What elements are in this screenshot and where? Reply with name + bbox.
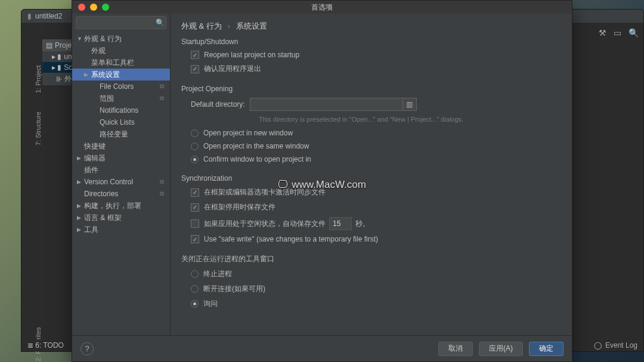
apply-button[interactable]: 应用(A) (479, 342, 523, 356)
safe-write-checkbox[interactable] (191, 235, 199, 243)
confirm-exit-label: 确认应用程序退出 (204, 64, 261, 74)
tree-item-label: 插件 (84, 165, 98, 175)
window-icon[interactable]: ▭ (614, 28, 621, 38)
breadcrumb-leaf: 系统设置 (236, 21, 267, 30)
side-tab-structure[interactable]: 7: Structure (35, 112, 42, 146)
pref-tree-item[interactable]: Notifications (72, 104, 170, 116)
section-project-opening-title: Project Opening (181, 85, 561, 93)
tree-item-label: File Colors (100, 82, 134, 91)
open-new-window-radio[interactable] (191, 129, 199, 137)
pref-tree-item[interactable]: File Colors⧉ (72, 81, 170, 92)
open-same-window-radio[interactable] (191, 143, 199, 150)
zoom-icon[interactable] (102, 4, 109, 11)
pref-tree-item[interactable]: 范围⧉ (72, 92, 170, 104)
tree-item-label: Quick Lists (100, 118, 135, 126)
pref-tree-item[interactable]: Quick Lists (72, 116, 170, 128)
minimize-icon[interactable] (90, 4, 97, 11)
browse-folder-icon[interactable]: ▥ (402, 98, 417, 111)
default-dir-hint: This directory is preselected in "Open..… (259, 116, 561, 123)
ask-label: 询问 (203, 299, 218, 309)
ok-button[interactable]: 确定 (529, 342, 564, 356)
save-deactivate-label: 在框架停用时保存文件 (204, 202, 275, 212)
pref-tree-item[interactable]: 快捷键 (72, 140, 170, 152)
tree-arrow-icon: ▶ (77, 155, 83, 161)
help-button[interactable]: ? (80, 342, 94, 355)
pref-tree-item[interactable]: 插件 (72, 164, 170, 176)
tree-arrow-icon: ▶ (77, 203, 83, 209)
ide-project-name: untitled2 (35, 12, 62, 20)
preferences-titlebar: 首选项 (72, 1, 572, 14)
pref-tree-item[interactable]: ▶构建，执行，部署 (72, 200, 170, 212)
traffic-lights (78, 4, 109, 11)
tree-item-label: 外观 (91, 46, 106, 56)
ask-radio[interactable] (191, 300, 199, 308)
pref-tree-item[interactable]: ▶Version Control⧉ (72, 176, 170, 188)
pref-tree-item[interactable]: ▼外观 & 行为 (72, 33, 170, 45)
default-dir-label: Default directory: (191, 100, 245, 109)
confirm-window-label: Confirm window to open project in (203, 155, 311, 163)
pref-tree-item[interactable]: ▶工具 (72, 224, 170, 236)
default-dir-input[interactable] (250, 98, 402, 111)
pref-tree-item[interactable]: 路径变量 (72, 128, 170, 140)
build-icon[interactable]: ⚒ (599, 28, 606, 38)
pref-tree-item[interactable]: ▶语言 & 框架 (72, 212, 170, 224)
auto-save-suffix: 秒。 (355, 219, 370, 229)
terminate-label: 终止进程 (203, 269, 232, 279)
disconnect-radio[interactable] (191, 285, 199, 293)
preferences-footer: ? 取消 应用(A) 确定 (72, 335, 572, 361)
close-icon[interactable] (78, 4, 85, 11)
tree-item-label: Directories (84, 190, 118, 198)
tree-item-label: Notifications (100, 106, 138, 115)
preferences-sidebar: 🔍 ▼外观 & 行为外观菜单和工具栏▶系统设置File Colors⧉范围⧉No… (72, 14, 171, 335)
preferences-content: 外观 & 行为 › 系统设置 Startup/Shutdown Reopen l… (171, 14, 572, 335)
section-sync-title: Synchronization (181, 174, 561, 182)
sync-activate-checkbox[interactable] (191, 188, 199, 197)
tree-item-label: 语言 & 框架 (84, 213, 122, 223)
preferences-title: 首选项 (311, 2, 333, 13)
breadcrumb: 外观 & 行为 › 系统设置 (181, 21, 561, 32)
tree-arrow-icon: ▶ (77, 215, 83, 221)
preferences-dialog: 首选项 🔍 ▼外观 & 行为外观菜单和工具栏▶系统设置File Colors⧉范… (72, 0, 572, 362)
folder-icon: ▮ (27, 12, 32, 20)
tree-item-label: 构建，执行，部署 (84, 201, 141, 211)
search-icon: 🔍 (156, 18, 165, 27)
search-input[interactable] (76, 16, 166, 29)
pref-tree-item[interactable]: 外观 (72, 45, 170, 57)
event-log-tab[interactable]: ◯ Event Log (594, 341, 637, 349)
tree-item-label: 编辑器 (84, 153, 106, 163)
tree-item-label: 路径变量 (100, 129, 128, 140)
save-deactivate-checkbox[interactable] (191, 203, 199, 212)
pref-tree-item[interactable]: Directories⧉ (72, 188, 170, 200)
tree-arrow-icon: ▼ (77, 36, 83, 42)
terminate-radio[interactable] (191, 270, 199, 278)
search-everywhere-icon[interactable]: 🔍 (628, 28, 639, 38)
section-startup-title: Startup/Shutdown (181, 38, 561, 46)
cancel-button[interactable]: 取消 (438, 342, 473, 356)
confirm-exit-checkbox[interactable] (191, 65, 199, 73)
event-log-label: Event Log (605, 341, 637, 349)
confirm-window-radio[interactable] (191, 156, 199, 163)
project-badge-icon: ⧉ (160, 190, 164, 197)
auto-save-prefix: 如果应用处于空闲状态，自动保存文件 (204, 219, 326, 229)
open-new-window-label: Open project in new window (203, 129, 293, 137)
preferences-tree: ▼外观 & 行为外观菜单和工具栏▶系统设置File Colors⧉范围⧉Noti… (72, 32, 170, 335)
preferences-search: 🔍 (76, 16, 166, 29)
auto-save-checkbox[interactable] (191, 219, 199, 228)
tree-item-label: 菜单和工具栏 (91, 58, 134, 68)
pref-tree-item[interactable]: ▶系统设置 (72, 69, 170, 81)
tree-item-label: 范围 (100, 94, 114, 104)
project-badge-icon: ⧉ (160, 178, 164, 185)
side-tab-project[interactable]: 1: Project (35, 66, 42, 93)
project-badge-icon: ⧉ (160, 95, 164, 102)
tree-arrow-icon: ▶ (84, 72, 90, 78)
default-dir-input-group: ▥ (250, 98, 417, 111)
todo-tab[interactable]: ≣ 6: TODO (27, 341, 64, 349)
breadcrumb-root[interactable]: 外观 & 行为 (181, 21, 222, 30)
tree-item-label: 快捷键 (84, 141, 106, 151)
tree-item-label: 工具 (84, 225, 98, 235)
pref-tree-item[interactable]: 菜单和工具栏 (72, 57, 170, 69)
tree-item-label: Version Control (84, 178, 133, 186)
pref-tree-item[interactable]: ▶编辑器 (72, 152, 170, 164)
auto-save-seconds-input[interactable] (329, 217, 352, 230)
reopen-checkbox[interactable] (191, 51, 199, 59)
